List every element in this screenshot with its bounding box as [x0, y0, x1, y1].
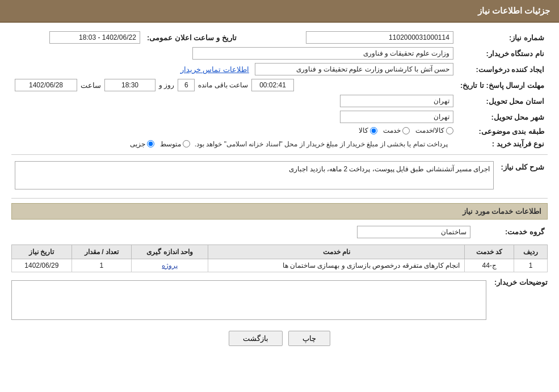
remaining-time: 00:02:41 ساعت باقی مانده 6 روز و — [159, 79, 294, 91]
requester-value: حسن آتش با کارشناس وزارت علوم تحقیقات و … — [255, 63, 453, 75]
days-label: روز و — [159, 81, 174, 89]
print-button[interactable]: چاپ — [288, 331, 330, 346]
table-row: 1 ج-44 انجام کارهای متفرقه درخصوص بازساز… — [12, 259, 548, 272]
col-header-name: نام خدمت — [208, 245, 465, 259]
cell-qty: 1 — [72, 259, 132, 272]
purchase-type-option-1[interactable]: جزیی — [130, 140, 154, 148]
category-radio-3[interactable] — [446, 127, 453, 134]
need-number-label: شماره نیاز: — [457, 29, 548, 45]
divider-2 — [11, 198, 548, 199]
contact-link[interactable]: اطلاعات تماس خریدار — [180, 65, 249, 74]
announce-date-label: تاریخ و ساعت اعلان عمومی: — [144, 29, 248, 45]
announce-date-value: 1402/06/22 - 18:03 — [49, 31, 140, 44]
service-group-value: ساختمان — [357, 226, 470, 238]
requester-label: ایجاد کننده درخواست: — [457, 61, 548, 77]
deadline-label: مهلت ارسال پاسخ: تا تاریخ: — [457, 77, 548, 93]
services-section-title: اطلاعات خدمات مورد نیاز — [11, 203, 548, 220]
page-title: جزئیات اطلاعات نیاز — [478, 6, 550, 15]
cell-code: ج-44 — [465, 259, 514, 272]
buyer-desc-textarea[interactable] — [11, 280, 486, 320]
purchase-type-label-1: جزیی — [130, 140, 145, 148]
purchase-type-option-2[interactable]: متوسط — [160, 140, 190, 148]
col-header-qty: تعداد / مقدار — [72, 245, 132, 259]
back-button[interactable]: بازگشت — [229, 331, 283, 346]
services-table: ردیف کد خدمت نام خدمت واحد اندازه گیری ت… — [11, 245, 548, 272]
city-value: تهران — [340, 111, 453, 123]
remaining-time-value: 00:02:41 — [251, 79, 294, 91]
purchase-type-label: نوع فرآیند خرید : — [457, 138, 548, 150]
category-label-3: کالا/خدمت — [415, 127, 444, 134]
description-box: اجرای مسیر آتشنشانی طبق فایل پیوست، پردا… — [15, 161, 494, 189]
col-header-row-num: ردیف — [514, 245, 548, 259]
divider-1 — [11, 154, 548, 155]
deadline-date: 1402/06/28 — [15, 79, 77, 91]
cell-unit: پروژه — [132, 259, 208, 272]
col-header-code: کد خدمت — [465, 245, 514, 259]
category-option-3[interactable]: کالا/خدمت — [415, 127, 453, 134]
city-label: شهر محل تحویل: — [457, 109, 548, 125]
buyer-desc-row: توضیحات خریدار: — [11, 278, 548, 322]
purchase-type-radio-group: متوسط جزیی — [130, 140, 190, 148]
buttons-row: چاپ بازگشت — [11, 331, 548, 346]
category-option-2[interactable]: خدمت — [383, 127, 410, 134]
category-label-2: خدمت — [383, 127, 401, 134]
col-header-date: تاریخ نیاز — [12, 245, 72, 259]
cell-row-num: 1 — [514, 259, 548, 272]
cell-name: انجام کارهای متفرقه درخصوص بازسازی و بهس… — [208, 259, 465, 272]
purchase-type-radio-1[interactable] — [147, 140, 154, 147]
days-value: 6 — [178, 79, 195, 91]
deadline-time: 18:30 — [104, 79, 155, 91]
buyer-desc-label: توضیحات خریدار: — [491, 278, 548, 286]
purchase-type-note: پرداخت تمام یا بخشی از مبلغ خریدار از مب… — [195, 140, 448, 148]
category-option-1[interactable]: کالا — [359, 127, 377, 134]
buyer-org-value: وزارت علوم تحقیقات و فناوری — [192, 47, 453, 60]
service-group-label: گروه خدمت: — [474, 224, 548, 240]
category-radio-1[interactable] — [370, 127, 377, 134]
province-value: تهران — [340, 95, 453, 107]
purchase-type-radio-2[interactable] — [183, 140, 190, 147]
category-label-1: کالا — [359, 127, 368, 134]
cell-date: 1402/06/29 — [12, 259, 72, 272]
need-number-value: 1102000031000114 — [306, 31, 453, 44]
category-radio-group: کالا/خدمت خدمت کالا — [359, 127, 453, 134]
category-label: طبقه بندی موضوعی: — [457, 125, 548, 138]
page-header: جزئیات اطلاعات نیاز — [0, 0, 559, 23]
hours-label: ساعت باقی مانده — [198, 81, 248, 89]
col-header-unit: واحد اندازه گیری — [132, 245, 208, 259]
buyer-org-label: نام دستگاه خریدار: — [457, 45, 548, 61]
description-section-label: شرح کلی نیاز: — [497, 159, 548, 193]
time-label: ساعت — [81, 81, 101, 90]
province-label: استان محل تحویل: — [457, 93, 548, 109]
purchase-type-label-2: متوسط — [160, 140, 181, 148]
category-radio-2[interactable] — [402, 127, 410, 134]
